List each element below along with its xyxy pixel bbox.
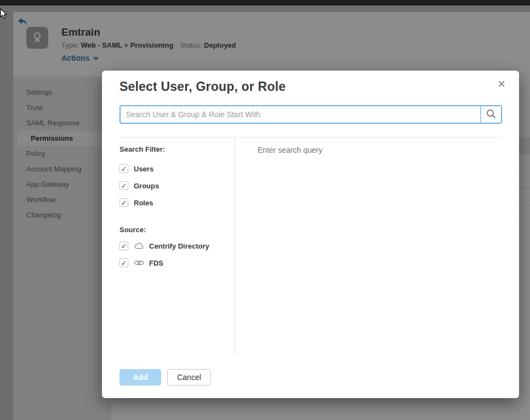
checkbox-checked-icon[interactable] xyxy=(119,198,128,207)
close-icon[interactable]: ✕ xyxy=(496,78,507,90)
filter-results-divider xyxy=(234,137,235,356)
filter-option-label: Roles xyxy=(134,199,153,207)
checkbox-checked-icon[interactable] xyxy=(119,164,128,173)
search-icon xyxy=(486,108,497,121)
select-user-group-role-dialog: Select User, Group, or Role ✕ Search Fil… xyxy=(102,71,519,398)
checkbox-checked-icon[interactable] xyxy=(119,241,128,250)
source-heading: Source: xyxy=(119,226,146,234)
results-placeholder-text: Enter search query xyxy=(258,146,322,154)
filter-option-roles[interactable]: Roles xyxy=(119,198,153,207)
source-option-centrify-directory[interactable]: Centrify Directory xyxy=(119,241,209,250)
checkbox-checked-icon[interactable] xyxy=(119,258,128,267)
link-icon xyxy=(134,259,144,267)
dialog-title: Select User, Group, or Role xyxy=(119,79,286,94)
content-top-divider xyxy=(119,137,502,137)
search-input[interactable] xyxy=(121,106,480,123)
cloud-icon xyxy=(134,242,144,250)
filter-option-users[interactable]: Users xyxy=(119,164,153,173)
screen: Emtrain Type: Web - SAML + Provisioning … xyxy=(0,0,530,420)
add-button[interactable]: Add xyxy=(119,369,161,386)
source-option-label: Centrify Directory xyxy=(149,242,209,250)
checkbox-checked-icon[interactable] xyxy=(119,181,128,190)
source-option-fds[interactable]: FDS xyxy=(119,258,163,267)
filter-option-label: Groups xyxy=(134,182,159,190)
search-bar xyxy=(119,105,502,124)
cancel-button[interactable]: Cancel xyxy=(167,369,211,386)
search-filter-heading: Search Filter: xyxy=(119,145,165,153)
filter-option-label: Users xyxy=(134,165,153,173)
source-option-label: FDS xyxy=(149,259,163,267)
search-button[interactable] xyxy=(480,106,501,123)
filter-option-groups[interactable]: Groups xyxy=(119,181,159,190)
